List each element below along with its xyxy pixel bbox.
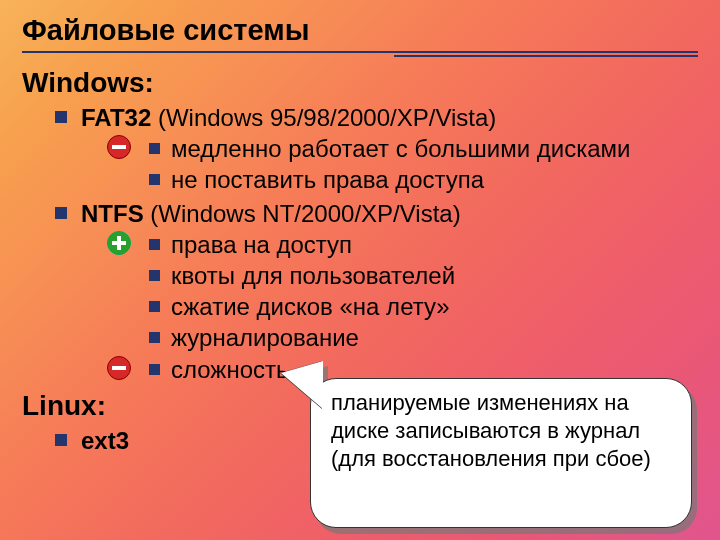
fs-fat32: FAT32 (Windows 95/98/2000/XP/Vista) медл… (55, 101, 720, 197)
con-text: не поставить права доступа (171, 166, 484, 193)
fs-name: ext3 (81, 427, 129, 454)
pro-text: журналирование (171, 324, 359, 351)
fat32-con-slow: медленно работает с большими дисками (149, 133, 720, 164)
con-text: сложность (171, 356, 289, 383)
plus-icon (107, 231, 131, 255)
minus-icon (107, 135, 131, 159)
fs-ntfs: NTFS (Windows NT/2000/XP/Vista) права на… (55, 197, 720, 386)
fs-suffix: (Windows NT/2000/XP/Vista) (144, 200, 461, 227)
ntfs-pro-journal: журналирование (149, 322, 720, 353)
heading-windows: Windows: (0, 63, 720, 101)
ntfs-pro-rights: права на доступ (149, 229, 720, 260)
fs-name: FAT32 (81, 104, 151, 131)
pro-text: права на доступ (171, 231, 352, 258)
slide-title: Файловые системы (0, 0, 720, 51)
minus-icon (107, 356, 131, 380)
ntfs-pro-compress: сжатие дисков «на лету» (149, 291, 720, 322)
callout-text: планируемые изменениях на диске записыва… (331, 390, 651, 471)
ntfs-sublist: права на доступ квоты для пользователей … (81, 229, 720, 385)
pro-text: сжатие дисков «на лету» (171, 293, 450, 320)
callout-bubble: планируемые изменениях на диске записыва… (310, 378, 692, 528)
callout-tail (281, 361, 323, 409)
fat32-con-rights: не поставить права доступа (149, 164, 720, 195)
fs-suffix: (Windows 95/98/2000/XP/Vista) (151, 104, 496, 131)
con-text: медленно работает с большими дисками (171, 135, 630, 162)
title-rule (0, 51, 720, 63)
fs-name: NTFS (81, 200, 144, 227)
list-windows: FAT32 (Windows 95/98/2000/XP/Vista) медл… (0, 101, 720, 386)
ntfs-pro-quotas: квоты для пользователей (149, 260, 720, 291)
fat32-sublist: медленно работает с большими дисками не … (81, 133, 720, 195)
pro-text: квоты для пользователей (171, 262, 455, 289)
